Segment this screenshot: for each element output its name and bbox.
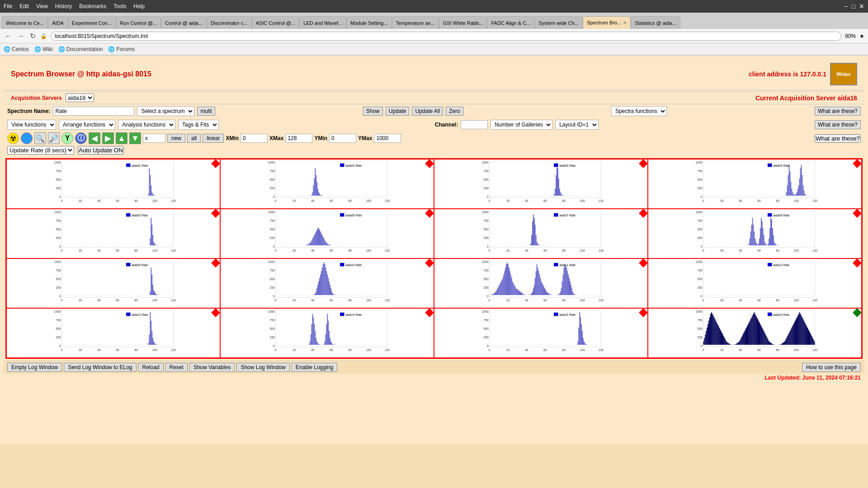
gallery-cell-13[interactable]: 10007505002500020406080100120aida13 Rate (6, 308, 220, 358)
bookmark-docs[interactable]: 🌐 Documentation (58, 46, 103, 52)
maximize-btn[interactable]: □ (852, 3, 855, 10)
acquisition-server-select[interactable]: aida16 (66, 94, 94, 102)
tab-close-icon[interactable]: ✕ (623, 20, 627, 25)
gallery-cell-4[interactable]: 10007505002500020406080100120aida04 Rate (648, 159, 862, 209)
tab-spectrum[interactable]: Spectrum Bro... ✕ (583, 16, 631, 29)
how-to-use-button[interactable]: How to use this page (802, 363, 861, 372)
zoom-out-icon-btn[interactable]: 🔎 (48, 132, 60, 144)
info-icon-btn[interactable]: ⓘ (75, 132, 87, 144)
analysis-functions-select[interactable]: Analysis functions (118, 120, 175, 130)
right-arrow-btn[interactable]: ▶ (102, 132, 114, 144)
tab-ctrl[interactable]: Control @ aida... (161, 16, 207, 29)
gallery-cell-16[interactable]: 10007505002500020406080100120aida16 Rate (648, 308, 862, 358)
bookmark-star-icon[interactable]: ★ (859, 33, 864, 39)
reload-button[interactable]: ↻ (29, 31, 37, 41)
forward-button[interactable]: → (16, 31, 25, 41)
gallery-cell-3[interactable]: 10007505002500020406080100120aida03 Rate (434, 159, 648, 209)
spectrum-name-input[interactable]: Rate (53, 107, 134, 116)
channel-input[interactable] (461, 120, 488, 129)
tab-asic[interactable]: ASIC Control @... (252, 16, 300, 29)
zero-button[interactable]: Zero (446, 107, 463, 116)
gallery-cell-5[interactable]: 10007505002500020406080100120aida05 Rate (6, 209, 220, 258)
what-are-these-1-button[interactable]: What are these? (815, 107, 861, 116)
tab-led[interactable]: LED and Wavef... (299, 16, 346, 29)
tools-menu[interactable]: Tools (113, 3, 126, 9)
tab-module[interactable]: Module Setting... (346, 16, 392, 29)
gallery-cell-11[interactable]: 10007505002500020406080100120aida11 Rate (434, 258, 648, 308)
view-menu[interactable]: View (36, 3, 48, 9)
update-all-button[interactable]: Update All (412, 107, 443, 116)
what-are-these-2-button[interactable]: What are these? (815, 120, 861, 129)
all-button[interactable]: all (187, 134, 201, 143)
address-input[interactable]: localhost:8015/Spectrum/Spectrum.tml (51, 32, 841, 41)
radiation-icon-btn[interactable]: ☢ (7, 132, 19, 144)
tab-aida[interactable]: AIDA (48, 16, 68, 29)
back-button[interactable]: ← (4, 31, 13, 41)
xmax-input[interactable]: 128 (285, 134, 312, 143)
help-menu[interactable]: Help (133, 3, 145, 9)
bookmark-wiki[interactable]: 🌐 Wiki (34, 46, 53, 52)
new-button[interactable]: new (167, 134, 185, 143)
file-menu[interactable]: File (4, 3, 12, 9)
minimize-btn[interactable]: − (844, 3, 848, 10)
gallery-cell-2[interactable]: 10007505002500020406080100120aida02 Rate (220, 159, 434, 209)
tab-gsi[interactable]: GSI White Rabb... (439, 16, 487, 29)
gallery-cell-1[interactable]: 10007505002500020406080100120aida01 Rate (6, 159, 220, 209)
tab-welcome[interactable]: Welcome to Ce... (2, 16, 48, 29)
gallery-cell-8[interactable]: 10007505002500020406080100120aida08 Rate (648, 209, 862, 258)
auto-update-button[interactable]: Auto Update ON (78, 146, 124, 155)
update-button[interactable]: Update (386, 107, 410, 116)
bookmark-forums[interactable]: 🌐 Forums (108, 46, 135, 52)
tab-disc[interactable]: Discriminator c... (207, 16, 252, 29)
tab-exp[interactable]: Experiment Con... (68, 16, 116, 29)
gallery-cell-9[interactable]: 10007505002500020406080100120aida09 Rate (6, 258, 220, 308)
reload-button[interactable]: Reload (138, 363, 164, 372)
gallery-cell-10[interactable]: 10007505002500020406080100120aida10 Rate (220, 258, 434, 308)
history-menu[interactable]: History (55, 3, 72, 9)
gallery-cell-6[interactable]: 10007505002500020406080100120aida06 Rate (220, 209, 434, 258)
enable-logging-button[interactable]: Enable Logging (292, 363, 337, 372)
bookmark-centos[interactable]: 🌐 Centos (4, 46, 29, 52)
tab-sys[interactable]: System wide Ch... (534, 16, 583, 29)
show-log-button[interactable]: Show Log Window (236, 363, 289, 372)
number-of-galleries-select[interactable]: Number of Galleries (491, 120, 552, 130)
bookmarks-menu[interactable]: Bookmarks (79, 3, 106, 9)
tab-fadc[interactable]: FADC Align & C... (487, 16, 534, 29)
xmin-input[interactable]: 0 (241, 134, 268, 143)
spectra-functions-select[interactable]: Spectra functions (611, 106, 667, 116)
layout-id-select[interactable]: Layout ID=1 (555, 120, 599, 130)
empty-log-button[interactable]: Empty Log Window (7, 363, 62, 372)
update-rate-select[interactable]: Update Rate (8 secs) (7, 146, 74, 155)
x-input[interactable]: x (143, 134, 165, 143)
ymin-input[interactable]: 0 (329, 134, 356, 143)
network-icon-btn[interactable]: 🌐 (21, 132, 33, 144)
view-functions-select[interactable]: View functions (7, 120, 56, 130)
down-arrow-btn[interactable]: ▼ (129, 132, 141, 144)
edit-menu[interactable]: Edit (19, 3, 29, 9)
tab-run[interactable]: Run Control @... (116, 16, 161, 29)
zoom-in-icon-btn[interactable]: 🔍 (34, 132, 46, 144)
left-arrow-btn[interactable]: ◀ (89, 132, 100, 144)
tags-fits-select[interactable]: Tags & Fits (178, 120, 219, 130)
arrange-functions-select[interactable]: Arrange functions (59, 120, 115, 130)
linear-button[interactable]: linear (203, 134, 224, 143)
show-button[interactable]: Show (363, 107, 383, 116)
tab-temp[interactable]: Temperature an... (392, 16, 439, 29)
send-log-button[interactable]: Send Log Window to ELog (64, 363, 136, 372)
gallery-cell-15[interactable]: 10007505002500020406080100120aida15 Rate (434, 308, 648, 358)
spectrum-select[interactable]: Select a spectrum (137, 106, 194, 116)
reset-button[interactable]: Reset (165, 363, 188, 372)
gallery-cell-12[interactable]: 10007505002500020406080100120aida12 Rate (648, 258, 862, 308)
up-arrow-btn[interactable]: ▲ (116, 132, 127, 144)
what-are-these-3-button[interactable]: What are these? (815, 134, 861, 143)
gallery-cell-7[interactable]: 10007505002500020406080100120aida07 Rate (434, 209, 648, 258)
close-btn[interactable]: ✕ (859, 3, 864, 10)
show-variables-button[interactable]: Show Variables (189, 363, 235, 372)
svg-rect-1543 (718, 326, 719, 345)
gallery-cell-14[interactable]: 10007505002500020406080100120aida14 Rate (220, 308, 434, 358)
y-icon-btn[interactable]: Y (61, 132, 73, 144)
bookmark-label: Wiki (42, 46, 53, 52)
multi-button[interactable]: multi (197, 107, 215, 116)
ymax-input[interactable]: 1000 (374, 134, 401, 143)
tab-stats[interactable]: Statistics @ aida... (631, 16, 680, 29)
